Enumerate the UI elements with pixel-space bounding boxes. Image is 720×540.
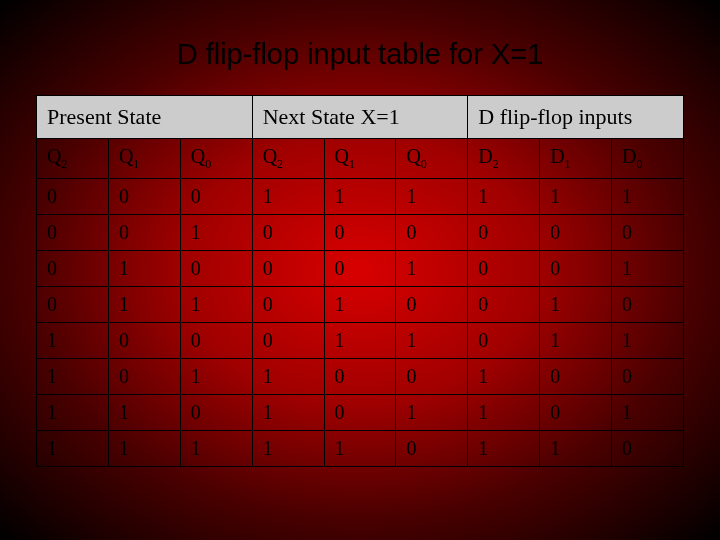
cell: 0 (396, 287, 468, 323)
cell: 0 (180, 251, 252, 287)
cell: 0 (612, 287, 684, 323)
table-subheader-row: Q2 Q1 Q0 Q2 Q1 Q0 D2 D1 D0 (37, 139, 684, 179)
cell: 0 (612, 359, 684, 395)
cell: 1 (324, 287, 396, 323)
col-q2-present: Q2 (37, 139, 109, 179)
cell: 1 (252, 179, 324, 215)
cell: 1 (108, 395, 180, 431)
cell: 1 (612, 251, 684, 287)
cell: 1 (324, 323, 396, 359)
cell: 0 (180, 323, 252, 359)
cell: 0 (180, 395, 252, 431)
table-row: 0 0 0 1 1 1 1 1 1 (37, 179, 684, 215)
table-row: 0 1 0 0 0 1 0 0 1 (37, 251, 684, 287)
cell: 0 (108, 359, 180, 395)
cell: 0 (324, 359, 396, 395)
col-d1: D1 (540, 139, 612, 179)
cell: 0 (396, 359, 468, 395)
cell: 1 (180, 431, 252, 467)
cell: 0 (37, 251, 109, 287)
cell: 1 (37, 431, 109, 467)
cell: 0 (108, 323, 180, 359)
cell: 1 (396, 179, 468, 215)
cell: 1 (468, 179, 540, 215)
cell: 1 (540, 431, 612, 467)
table-header-row: Present State Next State X=1 D flip-flop… (37, 96, 684, 139)
cell: 0 (37, 287, 109, 323)
cell: 1 (396, 251, 468, 287)
cell: 0 (108, 179, 180, 215)
cell: 1 (37, 395, 109, 431)
cell: 0 (468, 251, 540, 287)
cell: 0 (252, 215, 324, 251)
col-q0-present: Q0 (180, 139, 252, 179)
table-row: 1 0 1 1 0 0 1 0 0 (37, 359, 684, 395)
cell: 0 (612, 215, 684, 251)
cell: 0 (108, 215, 180, 251)
table-body: 0 0 0 1 1 1 1 1 1 0 0 1 0 0 0 0 0 0 (37, 179, 684, 467)
cell: 1 (540, 287, 612, 323)
table-row: 0 1 1 0 1 0 0 1 0 (37, 287, 684, 323)
cell: 1 (612, 323, 684, 359)
col-q1-next: Q1 (324, 139, 396, 179)
table-row: 0 0 1 0 0 0 0 0 0 (37, 215, 684, 251)
cell: 1 (108, 287, 180, 323)
cell: 1 (37, 359, 109, 395)
cell: 1 (396, 323, 468, 359)
cell: 1 (612, 395, 684, 431)
col-group-d-inputs: D flip-flop inputs (468, 96, 684, 139)
cell: 1 (540, 323, 612, 359)
cell: 0 (612, 431, 684, 467)
cell: 1 (324, 179, 396, 215)
cell: 0 (37, 179, 109, 215)
cell: 1 (468, 395, 540, 431)
cell: 1 (324, 431, 396, 467)
cell: 1 (180, 215, 252, 251)
cell: 0 (324, 251, 396, 287)
col-q1-present: Q1 (108, 139, 180, 179)
cell: 0 (468, 215, 540, 251)
cell: 1 (468, 359, 540, 395)
cell: 1 (180, 359, 252, 395)
cell: 0 (252, 323, 324, 359)
col-group-present-state: Present State (37, 96, 253, 139)
cell: 0 (324, 215, 396, 251)
cell: 1 (37, 323, 109, 359)
cell: 0 (468, 287, 540, 323)
cell: 0 (540, 215, 612, 251)
col-d2: D2 (468, 139, 540, 179)
cell: 0 (252, 251, 324, 287)
col-q2-next: Q2 (252, 139, 324, 179)
cell: 1 (108, 431, 180, 467)
cell: 0 (252, 287, 324, 323)
table-row: 1 1 1 1 1 0 1 1 0 (37, 431, 684, 467)
cell: 0 (396, 215, 468, 251)
cell: 1 (252, 359, 324, 395)
cell: 0 (37, 215, 109, 251)
page-title: D flip-flop input table for X=1 (116, 38, 604, 71)
cell: 1 (252, 395, 324, 431)
table-row: 1 0 0 0 1 1 0 1 1 (37, 323, 684, 359)
col-group-next-state: Next State X=1 (252, 96, 468, 139)
cell: 1 (108, 251, 180, 287)
cell: 0 (324, 395, 396, 431)
table-row: 1 1 0 1 0 1 1 0 1 (37, 395, 684, 431)
truth-table: Present State Next State X=1 D flip-flop… (36, 95, 684, 467)
cell: 0 (540, 395, 612, 431)
slide: D flip-flop input table for X=1 Present … (0, 0, 720, 467)
cell: 1 (252, 431, 324, 467)
cell: 1 (468, 431, 540, 467)
cell: 0 (396, 431, 468, 467)
cell: 1 (612, 179, 684, 215)
cell: 0 (468, 323, 540, 359)
cell: 1 (396, 395, 468, 431)
cell: 0 (540, 251, 612, 287)
cell: 0 (540, 359, 612, 395)
cell: 1 (540, 179, 612, 215)
col-d0: D0 (612, 139, 684, 179)
col-q0-next: Q0 (396, 139, 468, 179)
cell: 1 (180, 287, 252, 323)
cell: 0 (180, 179, 252, 215)
